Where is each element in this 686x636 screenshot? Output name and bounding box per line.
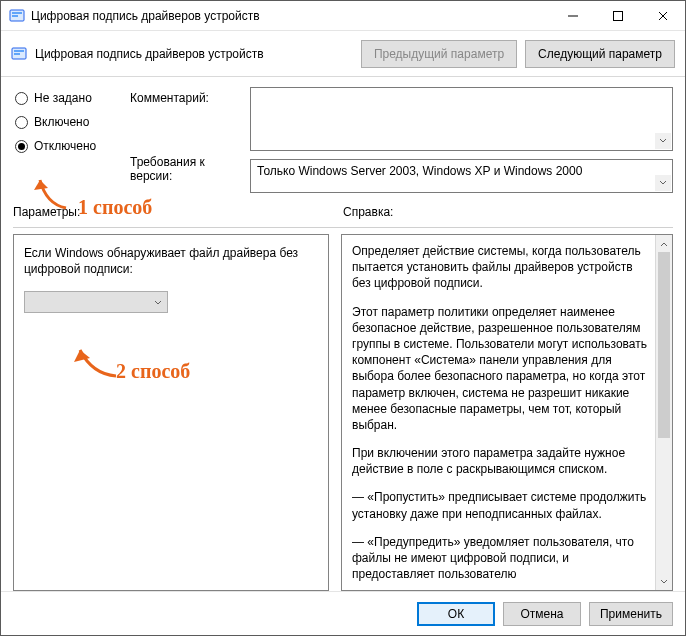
radio-not-configured[interactable]: Не задано <box>15 91 130 105</box>
chevron-down-icon[interactable] <box>655 133 671 149</box>
radio-label: Отключено <box>34 139 96 153</box>
window: Цифровая подпись драйверов устройств Циф… <box>0 0 686 636</box>
toolbar: Цифровая подпись драйверов устройств Пре… <box>1 31 685 77</box>
ok-button[interactable]: ОК <box>417 602 495 626</box>
radio-icon <box>15 140 28 153</box>
section-headers: Параметры: Справка: <box>1 201 685 223</box>
help-header: Справка: <box>343 205 673 219</box>
chevron-down-icon[interactable] <box>655 175 671 191</box>
dialog-footer: ОК Отмена Применить <box>1 591 685 635</box>
prev-setting-button[interactable]: Предыдущий параметр <box>361 40 517 68</box>
field-labels: Комментарий: Требования к версии: <box>130 87 250 183</box>
requirements-box[interactable]: Только Windows Server 2003, Windows XP и… <box>250 159 673 193</box>
scroll-track[interactable] <box>656 252 672 573</box>
svg-rect-2 <box>12 15 18 17</box>
settings-upper: Не задано Включено Отключено Комментарий… <box>1 77 685 201</box>
radio-label: Включено <box>34 115 89 129</box>
maximize-button[interactable] <box>595 1 640 31</box>
params-text: Если Windows обнаруживает файл драйвера … <box>24 245 318 277</box>
requirements-value: Только Windows Server 2003, Windows XP и… <box>257 164 582 178</box>
action-dropdown[interactable] <box>24 291 168 313</box>
params-panel: Если Windows обнаруживает файл драйвера … <box>13 234 329 591</box>
svg-rect-7 <box>14 53 20 55</box>
minimize-button[interactable] <box>550 1 595 31</box>
window-title: Цифровая подпись драйверов устройств <box>31 9 550 23</box>
state-radio-group: Не задано Включено Отключено <box>15 87 130 153</box>
help-text: Определяет действие системы, когда польз… <box>342 235 655 590</box>
close-button[interactable] <box>640 1 685 31</box>
help-p4: — «Пропустить» предписывает системе прод… <box>352 489 647 521</box>
svg-rect-3 <box>568 16 578 17</box>
radio-enabled[interactable]: Включено <box>15 115 130 129</box>
requirements-label: Требования к версии: <box>130 155 250 183</box>
radio-label: Не задано <box>34 91 92 105</box>
help-p2: Этот параметр политики определяет наимен… <box>352 304 647 434</box>
toolbar-title: Цифровая подпись драйверов устройств <box>35 47 353 61</box>
field-inputs: Только Windows Server 2003, Windows XP и… <box>250 87 673 193</box>
help-panel: Определяет действие системы, когда польз… <box>341 234 673 591</box>
app-icon <box>9 8 25 24</box>
window-controls <box>550 1 685 30</box>
help-p1: Определяет действие системы, когда польз… <box>352 243 647 292</box>
help-p3: При включении этого параметра задайте ну… <box>352 445 647 477</box>
radio-icon <box>15 116 28 129</box>
svg-rect-1 <box>12 12 22 14</box>
help-scrollbar[interactable] <box>655 235 672 590</box>
chevron-down-icon <box>153 297 163 307</box>
comment-textarea[interactable] <box>250 87 673 151</box>
scroll-thumb[interactable] <box>658 252 670 438</box>
policy-icon <box>11 46 27 62</box>
scroll-up-icon[interactable] <box>656 235 672 252</box>
divider <box>13 227 673 228</box>
params-header: Параметры: <box>13 205 325 219</box>
help-p5: — «Предупредить» уведомляет пользователя… <box>352 534 647 583</box>
titlebar: Цифровая подпись драйверов устройств <box>1 1 685 31</box>
radio-icon <box>15 92 28 105</box>
radio-disabled[interactable]: Отключено <box>15 139 130 153</box>
next-setting-button[interactable]: Следующий параметр <box>525 40 675 68</box>
svg-rect-4 <box>613 12 622 21</box>
cancel-button[interactable]: Отмена <box>503 602 581 626</box>
panels: Если Windows обнаруживает файл драйвера … <box>1 234 685 591</box>
apply-button[interactable]: Применить <box>589 602 673 626</box>
scroll-down-icon[interactable] <box>656 573 672 590</box>
svg-rect-6 <box>14 50 24 52</box>
comment-label: Комментарий: <box>130 91 250 155</box>
